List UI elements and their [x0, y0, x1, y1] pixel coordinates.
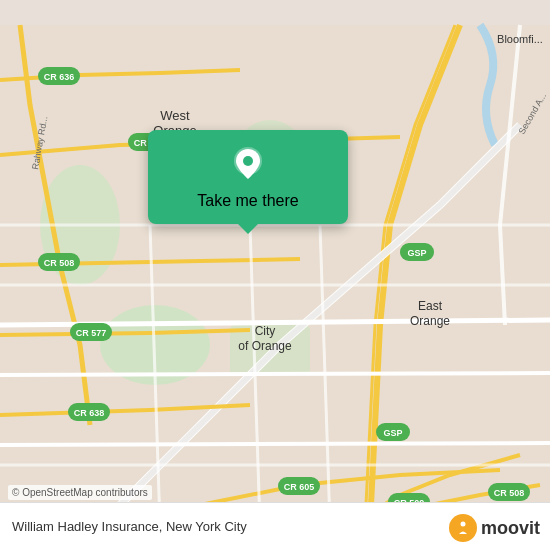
svg-text:GSP: GSP — [383, 428, 402, 438]
svg-text:CR 638: CR 638 — [74, 408, 105, 418]
svg-text:CR 577: CR 577 — [76, 328, 107, 338]
moovit-logo-icon — [449, 514, 477, 542]
svg-text:City: City — [255, 324, 276, 338]
map-container: CR 636 CR 577 CR 508 CR 577 CR 638 CR 60… — [0, 0, 550, 550]
svg-text:East: East — [418, 299, 443, 313]
moovit-logo: moovit — [449, 514, 540, 542]
svg-text:Bloomfi...: Bloomfi... — [497, 33, 543, 45]
svg-text:of Orange: of Orange — [238, 339, 292, 353]
take-me-there-label: Take me there — [197, 192, 298, 210]
location-pin-icon — [230, 146, 266, 182]
osm-attribution: © OpenStreetMap contributors — [8, 485, 152, 500]
svg-text:CR 605: CR 605 — [284, 482, 315, 492]
svg-text:CR 508: CR 508 — [44, 258, 75, 268]
svg-text:Orange: Orange — [410, 314, 450, 328]
moovit-brand-text: moovit — [481, 518, 540, 539]
svg-text:CR 636: CR 636 — [44, 72, 75, 82]
bottom-bar: William Hadley Insurance, New York City … — [0, 502, 550, 550]
svg-text:CR 508: CR 508 — [494, 488, 525, 498]
take-me-there-button[interactable]: Take me there — [148, 130, 348, 224]
svg-text:West: West — [160, 108, 190, 123]
svg-text:GSP: GSP — [407, 248, 426, 258]
svg-point-37 — [460, 522, 465, 527]
svg-point-35 — [243, 156, 253, 166]
